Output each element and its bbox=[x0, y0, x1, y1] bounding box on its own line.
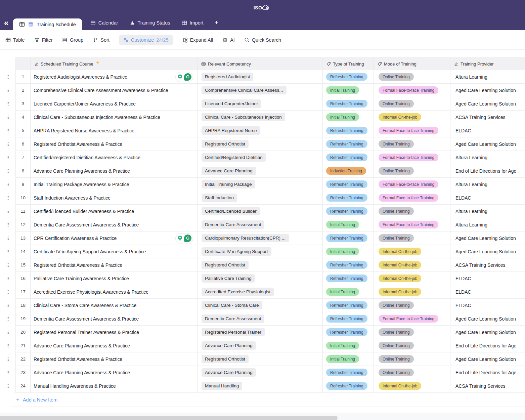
course-plugins[interactable]: G bbox=[175, 233, 193, 243]
type-of-training-cell[interactable]: Refresher Training bbox=[323, 379, 374, 392]
drag-handle[interactable] bbox=[6, 101, 9, 106]
tab-calendar[interactable]: Calendar bbox=[85, 15, 124, 30]
mode-of-training-cell[interactable]: Online Training bbox=[374, 232, 450, 245]
provider-cell[interactable]: Aged Care Learning Solution bbox=[450, 352, 525, 366]
mode-of-training-cell[interactable]: Informal On-the-job bbox=[374, 111, 450, 124]
drag-handle[interactable] bbox=[6, 357, 9, 362]
competency-cell[interactable]: Cardiopulmonary Resuscitation(CPR) ... bbox=[198, 232, 323, 245]
row-number-cell[interactable]: 20 bbox=[16, 326, 31, 339]
mode-of-training-cell[interactable]: Online Training bbox=[374, 164, 450, 177]
drag-handle[interactable] bbox=[6, 115, 9, 120]
provider-cell[interactable]: ELDAC bbox=[450, 285, 525, 298]
row-number-cell[interactable]: 4 bbox=[16, 111, 31, 124]
row-number-cell[interactable]: 11 bbox=[16, 205, 31, 218]
row-number-cell[interactable]: 13 bbox=[16, 232, 31, 245]
provider-cell[interactable]: Altura Learning bbox=[450, 218, 525, 231]
course-cell[interactable]: Staff Induction Awareness & Practice bbox=[31, 191, 198, 204]
type-of-training-cell[interactable]: Refresher Training bbox=[323, 205, 374, 218]
row-number-cell[interactable]: 1 bbox=[16, 70, 31, 83]
provider-cell[interactable]: ACSA Training Services bbox=[450, 111, 525, 124]
type-of-training-cell[interactable]: Induction Training bbox=[323, 164, 374, 177]
provider-cell[interactable]: End of Life Directions for Age bbox=[450, 339, 525, 352]
provider-cell[interactable]: ELDAC bbox=[450, 272, 525, 285]
type-of-training-cell[interactable]: Initial Training bbox=[323, 111, 374, 124]
course-cell[interactable]: Registered Orthotist Awareness & Practic… bbox=[31, 352, 198, 366]
filter-button[interactable]: Filter bbox=[34, 37, 53, 43]
quick-search-button[interactable]: Quick Search bbox=[244, 37, 281, 43]
competency-cell[interactable]: Registered Orthotist bbox=[198, 137, 323, 151]
drag-handle[interactable] bbox=[6, 75, 9, 79]
provider-cell[interactable]: End of Life Directions for Age bbox=[450, 164, 525, 177]
drag-handle[interactable] bbox=[6, 384, 9, 388]
drag-handle[interactable] bbox=[6, 209, 9, 214]
mode-of-training-cell[interactable]: Formal Face-to-face Training bbox=[374, 312, 450, 325]
column-header-provider[interactable]: Training Provider bbox=[450, 58, 525, 70]
type-of-training-cell[interactable]: Refresher Training bbox=[323, 312, 374, 325]
drag-handle[interactable] bbox=[6, 343, 9, 348]
provider-cell[interactable]: ACSA Training Services bbox=[450, 258, 525, 271]
mode-of-training-cell[interactable]: Online Training bbox=[374, 299, 450, 312]
type-of-training-cell[interactable]: Refresher Training bbox=[323, 272, 374, 285]
course-cell[interactable]: Dementia Care Assessment Awareness & Pra… bbox=[31, 312, 198, 325]
course-plugins[interactable]: G bbox=[175, 72, 193, 82]
mode-of-training-cell[interactable]: Informal On-the-job bbox=[374, 258, 450, 271]
add-view-button[interactable]: + bbox=[209, 15, 224, 30]
competency-cell[interactable]: Comprehensive Clinical Care Assess... bbox=[198, 84, 323, 97]
expand-all-button[interactable]: Expand All bbox=[182, 37, 213, 43]
competency-cell[interactable]: AHPRA Registered Nurse bbox=[198, 124, 323, 137]
drag-handle[interactable] bbox=[6, 330, 9, 335]
type-of-training-cell[interactable]: Refresher Training bbox=[323, 178, 374, 191]
competency-cell[interactable]: Registered Audiologist bbox=[198, 70, 323, 83]
mode-of-training-cell[interactable]: Informal On-the-job bbox=[374, 245, 450, 258]
course-cell[interactable]: CPR Certification Awareness & Practice G bbox=[31, 232, 198, 245]
competency-cell[interactable]: Certified/Licenced Builder bbox=[198, 205, 323, 218]
mode-of-training-cell[interactable]: Online Training bbox=[374, 352, 450, 366]
course-cell[interactable]: Certificate IV in Ageing Support Awarene… bbox=[31, 245, 198, 258]
course-cell[interactable]: Palliative Care Training Awareness & Pra… bbox=[31, 272, 198, 285]
sidebar-collapse-button[interactable]: « bbox=[3, 15, 10, 30]
drag-handle[interactable] bbox=[6, 142, 9, 146]
mode-of-training-cell[interactable]: Formal Face-to-face Training bbox=[374, 218, 450, 231]
ai-button[interactable]: AI AI bbox=[222, 37, 235, 43]
tab-import[interactable]: Import bbox=[176, 15, 209, 30]
mode-of-training-cell[interactable]: Online Training bbox=[374, 70, 450, 83]
competency-cell[interactable]: Dementia Care Assessment bbox=[198, 312, 323, 325]
drag-handle[interactable] bbox=[6, 249, 9, 254]
tab-training-schedule[interactable]: Training Schedule bbox=[13, 18, 82, 30]
sort-button[interactable]: Sort bbox=[93, 37, 110, 43]
row-number-cell[interactable]: 2 bbox=[16, 84, 31, 97]
course-cell[interactable]: Licenced Carpenter/Joiner Awareness & Pr… bbox=[31, 97, 198, 110]
competency-cell[interactable]: Certificate IV in Ageing Support bbox=[198, 245, 323, 258]
type-of-training-cell[interactable]: Initial Training bbox=[323, 245, 374, 258]
row-number-cell[interactable]: 8 bbox=[16, 164, 31, 177]
type-of-training-cell[interactable]: Initial Training bbox=[323, 285, 374, 298]
drag-handle[interactable] bbox=[6, 88, 9, 93]
row-number-cell[interactable]: 24 bbox=[16, 379, 31, 392]
customize-button[interactable]: Customize 24/25 bbox=[119, 35, 173, 45]
competency-cell[interactable]: Palliative Care Training bbox=[198, 272, 323, 285]
competency-cell[interactable]: Registered Personal Trainer bbox=[198, 326, 323, 339]
type-of-training-cell[interactable]: Initial Training bbox=[323, 84, 374, 97]
competency-cell[interactable]: Clinical Care - Stoma Care bbox=[198, 299, 323, 312]
competency-cell[interactable]: Dementia Care Assessment bbox=[198, 218, 323, 231]
mode-of-training-cell[interactable]: Formal Face-to-face Training bbox=[374, 191, 450, 204]
mode-of-training-cell[interactable]: Informal On-the-job bbox=[374, 285, 450, 298]
tab-training-status[interactable]: Training Status bbox=[124, 15, 176, 30]
row-number-cell[interactable]: 17 bbox=[16, 285, 31, 298]
competency-cell[interactable]: Advance Care Planning bbox=[198, 339, 323, 352]
type-of-training-cell[interactable]: Refresher Training bbox=[323, 366, 374, 379]
mode-of-training-cell[interactable]: Online Training bbox=[374, 205, 450, 218]
type-of-training-cell[interactable]: Refresher Training bbox=[323, 151, 374, 164]
mode-of-training-cell[interactable]: Formal Face-to-face Training bbox=[374, 84, 450, 97]
type-of-training-cell[interactable]: Initial Training bbox=[323, 339, 374, 352]
course-cell[interactable]: AHPRA Registered Nurse Awareness & Pract… bbox=[31, 124, 198, 137]
drag-handle[interactable] bbox=[6, 317, 9, 321]
mode-of-training-cell[interactable]: Formal Face-to-face Training bbox=[374, 151, 450, 164]
course-cell[interactable]: Certified/Licenced Builder Awareness & P… bbox=[31, 205, 198, 218]
table-view-button[interactable]: Table bbox=[5, 37, 25, 43]
mode-of-training-cell[interactable]: Formal Face-to-face Training bbox=[374, 124, 450, 137]
drag-handle[interactable] bbox=[6, 276, 9, 281]
drag-handle[interactable] bbox=[6, 196, 9, 200]
course-cell[interactable]: Advance Care Planning Awareness & Practi… bbox=[31, 339, 198, 352]
mode-of-training-cell[interactable]: Online Training bbox=[374, 366, 450, 379]
